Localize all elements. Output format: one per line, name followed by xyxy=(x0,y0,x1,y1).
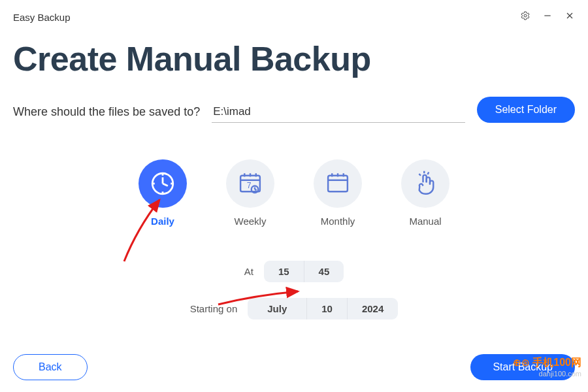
schedule-option-monthly[interactable]: Monthly xyxy=(314,159,362,227)
svg-point-0 xyxy=(524,14,527,17)
schedule-label-monthly: Monthly xyxy=(321,216,355,227)
schedule-label-manual: Manual xyxy=(409,216,441,227)
app-title: Easy Backup xyxy=(13,12,71,23)
calendar-week-icon: 7 xyxy=(226,159,274,208)
minimize-icon[interactable] xyxy=(542,10,553,24)
svg-rect-20 xyxy=(328,176,348,192)
svg-line-19 xyxy=(255,189,257,190)
schedule-label-daily: Daily xyxy=(151,216,174,227)
date-year[interactable]: 2024 xyxy=(347,298,398,319)
date-picker[interactable]: July 10 2024 xyxy=(248,298,398,319)
date-month[interactable]: July xyxy=(248,298,306,319)
gear-icon[interactable] xyxy=(520,10,531,24)
starting-on-label: Starting on xyxy=(190,303,238,314)
schedule-option-weekly[interactable]: 7 Weekly xyxy=(226,159,274,227)
time-hour[interactable]: 15 xyxy=(264,261,304,282)
schedule-label-weekly: Weekly xyxy=(235,216,267,227)
at-label: At xyxy=(244,266,253,277)
time-minute[interactable]: 45 xyxy=(304,261,344,282)
clock-icon xyxy=(139,159,187,208)
destination-input[interactable] xyxy=(212,103,465,123)
close-icon[interactable] xyxy=(564,10,575,24)
schedule-option-daily[interactable]: Daily xyxy=(139,159,187,227)
time-picker[interactable]: 15 45 xyxy=(264,261,344,282)
calendar-month-icon xyxy=(314,159,362,208)
select-folder-button[interactable]: Select Folder xyxy=(477,97,575,123)
date-day[interactable]: 10 xyxy=(306,298,347,319)
back-button[interactable]: Back xyxy=(13,354,88,380)
schedule-option-manual[interactable]: Manual xyxy=(401,159,449,227)
page-title: Create Manual Backup xyxy=(13,39,575,78)
hand-tap-icon xyxy=(401,159,449,208)
start-backup-button[interactable]: Start Backup xyxy=(470,354,575,380)
destination-label: Where should the files be saved to? xyxy=(13,105,200,123)
